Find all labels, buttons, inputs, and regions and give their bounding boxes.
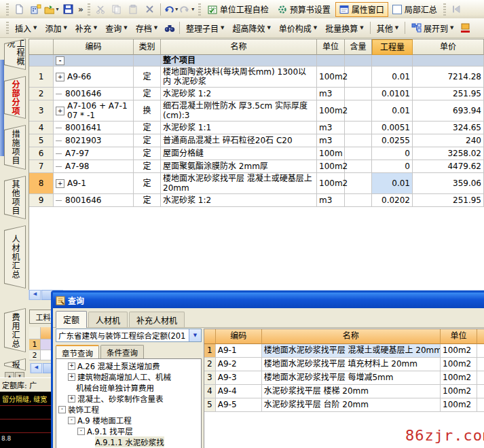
code-cell[interactable]: 8001641 [54,122,134,134]
tree-expand-icon[interactable]: - [68,417,75,424]
content-cell[interactable] [345,194,372,207]
chevron-down-icon[interactable]: ▼ [189,329,201,341]
tree-expand-icon[interactable]: + [68,395,75,403]
toolbar-grip[interactable] [443,3,446,16]
type-cell[interactable]: 定 [134,194,161,207]
fill-format-button[interactable] [458,20,473,35]
header-name[interactable]: 名称 [161,39,317,55]
row-number-cell[interactable]: 2 [29,88,54,100]
unit-cell[interactable]: 100m2 [317,100,345,122]
menu-item[interactable]: 存档▼ [132,20,162,36]
sidebar-tab[interactable]: 人材机汇总 [4,225,26,288]
sidebar-tab[interactable]: 报 [4,358,26,371]
code-cell[interactable]: A9-5 [216,398,262,412]
unit-cell[interactable]: 100m2 [317,160,345,173]
code-cell[interactable]: A9-3 [216,371,262,385]
code-cell[interactable]: A7-97 [54,147,134,160]
tree-node[interactable]: + 混凝土、砂浆制作含量表 [56,393,201,404]
undo-button[interactable]: ▼ [164,2,179,17]
toolbar-grip[interactable] [88,3,90,16]
content-cell[interactable] [345,173,372,194]
header-type[interactable]: 类别 [134,39,161,55]
result-row[interactable]: 2 A9-2 楼地面水泥砂浆找平层 填充材料上 20mm 100m2 [204,358,484,371]
toolbar-overflow-chevron[interactable]: » [78,5,83,14]
type-cell[interactable]: 定 [134,67,161,88]
table-row[interactable]: 5 8021903 定 普通商品混凝土 碎石粒径20石 C20 m3 0.025… [29,134,484,147]
code-cell[interactable]: 8001646 [54,194,134,207]
quantity-cell[interactable]: 0.0202 [372,194,413,207]
content-cell[interactable] [345,160,372,173]
toolbar-grip[interactable] [6,22,9,34]
expand-to-button[interactable]: 展开到▼ [407,20,458,36]
unit-cell[interactable]: 100m2 [441,371,477,385]
type-cell[interactable]: 定 [134,88,161,100]
menu-item[interactable]: 超高降效▼ [228,20,274,36]
header-unit[interactable]: 单位 [317,39,345,55]
name-cell[interactable]: 楼地面水泥砂浆找平层 混凝土或硬基层上 20mm [262,344,441,358]
expand-icon[interactable]: + [56,107,64,115]
result-row[interactable]: 4 A9-4 水泥砂浆找平层 楼梯 20mm 100m2 [204,385,484,398]
code-cell[interactable]: A9-2 [216,358,262,371]
table-row[interactable]: 3 +A7-106 + A7-107 * -1 换 细石混凝土刚性防水 厚3.5… [29,100,484,122]
unit-cell[interactable]: m3 [317,194,345,207]
budget-settings-button[interactable]: 预算书设置 [274,2,335,17]
tree-node[interactable]: + 建筑物超高增加人工、机械 [56,371,201,382]
query-subtab[interactable]: 章节查询 [56,345,99,358]
code-cell[interactable]: A7-98 [54,160,134,173]
type-cell[interactable]: 定 [134,134,161,147]
table-row[interactable]: 4 8001641 定 水泥砂浆 1:1 m3 0.0051 324.65 [29,122,484,134]
new-document-button[interactable] [12,2,27,17]
code-cell[interactable]: +A7-106 + A7-107 * -1 [54,100,134,122]
header-price[interactable]: 单价 [413,39,484,55]
row-number-cell[interactable]: 5 [204,398,216,412]
unit-cell[interactable]: 100m2 [317,173,345,194]
code-cell[interactable]: 8021903 [54,134,134,147]
table-row[interactable]: 8 +A9-1 定 楼地面水泥砂浆找平层 混凝土或硬基层上 20mm 100m2… [29,173,484,194]
row-number-cell[interactable]: 2 [204,358,216,371]
menu-item[interactable]: 补充▼ [71,20,101,36]
sidebar-tab[interactable]: 分部分项 [4,76,26,119]
row-number-cell[interactable]: 1 [29,67,54,88]
row-number-cell[interactable]: 6 [29,147,54,160]
tree-expand-icon[interactable]: - [77,428,85,435]
tree-node[interactable]: 机械台班单独计算费用 [56,382,201,393]
price-cell[interactable]: 3258.02 [413,147,484,160]
name-cell[interactable]: 楼地面水泥砂浆找平层 每增减5mm [262,371,441,385]
cut-button[interactable] [93,2,109,17]
header-content[interactable]: 含量 [345,39,372,55]
sidebar-tab[interactable]: 费用汇总 [4,308,26,352]
menu-item[interactable]: 插入▼ [11,20,41,36]
save-button[interactable] [60,2,76,17]
header-unit[interactable]: 单位 [441,329,477,344]
menu-item[interactable]: 批量换算▼ [321,20,367,36]
result-row[interactable]: 1 A9-1 楼地面水泥砂浆找平层 混凝土或硬基层上 20mm 100m2 [204,344,484,358]
quantity-cell[interactable]: 0.01 [372,100,413,122]
expand-icon[interactable]: + [56,179,64,188]
price-cell[interactable]: 359.06 [413,173,484,194]
row-number-cell[interactable]: 8 [29,173,54,194]
content-cell[interactable] [345,100,372,122]
header-code[interactable]: 编码 [54,39,134,55]
redo-button[interactable]: ▼ [180,2,196,17]
property-window-button[interactable]: 属性窗口 [335,2,388,17]
query-subtab[interactable]: 条件查询 [100,345,144,358]
expand-icon[interactable]: + [56,73,64,81]
sidebar-tab[interactable]: 措施项目 [4,125,26,170]
header-name[interactable]: 名称 [262,329,441,344]
mini-horizontal-scrollbar[interactable]: ◀ [30,363,53,373]
row-number-cell[interactable]: 5 [29,134,54,147]
paste-button[interactable] [126,2,141,17]
tree-node[interactable]: - A.9 楼地面工程 [56,415,201,426]
name-cell[interactable]: 水泥砂浆找平层 台阶 20mm [262,398,441,412]
name-cell[interactable]: 水泥砂浆 1:1 [161,122,317,134]
unit-cell[interactable]: 100m2 [441,344,477,358]
mini-row-number[interactable]: 2 [29,350,41,360]
tree-node[interactable]: - A.9.1 找平层 [56,426,201,436]
tree-expand-icon[interactable]: + [68,373,75,381]
price-cell[interactable]: 251.95 [413,88,484,100]
table-row[interactable]: 7 A7-98 定 屋面聚氨酯涂膜防水 2mm厚 100m2 0 4479.62 [29,160,484,173]
price-cell[interactable]: 693.94 [413,100,484,122]
sidebar-tab[interactable]: 其他项目 [4,176,26,219]
content-cell[interactable] [345,147,372,160]
content-cell[interactable] [345,67,372,88]
